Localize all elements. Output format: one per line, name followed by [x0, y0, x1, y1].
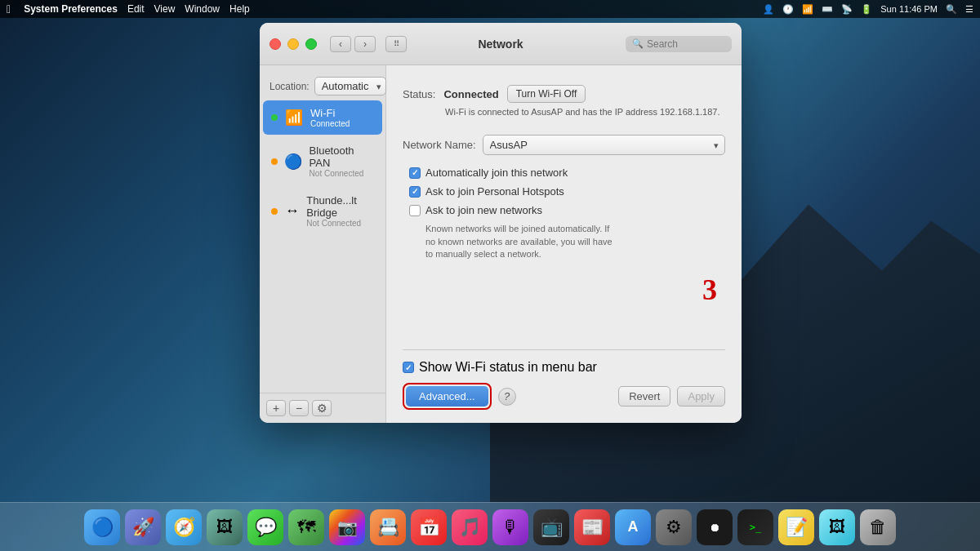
wifi-status-dot — [271, 114, 278, 121]
dock-sysprefs[interactable]: ⚙ — [656, 509, 692, 545]
dock-news[interactable]: 📰 — [574, 509, 610, 545]
dock-messages[interactable]: 💬 — [247, 509, 283, 545]
network-name-select[interactable]: AsusAP — [483, 135, 725, 155]
network-item-wifi[interactable]: 📶 Wi-Fi Connected — [263, 100, 382, 135]
user-icon[interactable]: 👤 — [763, 4, 774, 15]
help-menu[interactable]: Help — [229, 3, 250, 15]
minimize-button[interactable] — [287, 38, 299, 50]
network-item-thunderbolt[interactable]: ↔ Thunde...lt Bridge Not Connected — [263, 188, 382, 234]
dock-notes[interactable]: 📝 — [778, 509, 814, 545]
apply-button[interactable]: Apply — [677, 386, 725, 407]
dock-appstore[interactable]: A — [615, 509, 651, 545]
dock-preview[interactable]: 🖼 — [819, 509, 855, 545]
search-box[interactable]: 🔍 — [626, 36, 732, 52]
maximize-button[interactable] — [305, 38, 317, 50]
dock-music[interactable]: 🎵 — [452, 509, 488, 545]
wifi-status-text: Connected — [310, 119, 350, 128]
status-value: Connected — [443, 88, 498, 100]
titlebar: ‹ › ⠿ Network 🔍 — [260, 23, 742, 65]
network-name-label: Network Name: — [403, 139, 476, 151]
location-row: Location: Automatic — [260, 73, 385, 99]
dock-terminal[interactable]: >_ — [737, 509, 773, 545]
network-window: ‹ › ⠿ Network 🔍 Location: Automatic — [260, 23, 742, 423]
search-menubar-icon[interactable]: 🔍 — [946, 4, 957, 15]
advanced-button[interactable]: Advanced... — [406, 386, 488, 407]
dock-finder[interactable]: 🔵 — [84, 509, 120, 545]
bluetooth-status-text: Not Connected — [310, 169, 374, 178]
personal-hotspot-label: Ask to join Personal Hotspots — [425, 185, 564, 198]
show-wifi-label: Show Wi-Fi status in menu bar — [419, 360, 597, 375]
location-label: Location: — [270, 81, 310, 92]
dock-photos[interactable]: 📷 — [329, 509, 365, 545]
status-label: Status: — [403, 88, 435, 100]
location-select-wrapper[interactable]: Automatic — [314, 77, 386, 96]
menubar:  System Preferences Edit View Window He… — [0, 0, 980, 18]
timemachine-icon[interactable]: 🕐 — [782, 4, 794, 15]
keyboard-icon[interactable]: ⌨️ — [822, 4, 833, 15]
action-row: Advanced... ? Revert Apply — [403, 383, 725, 410]
wifi-name: Wi-Fi — [310, 107, 350, 119]
window-menu[interactable]: Window — [185, 3, 220, 15]
dock-podcasts[interactable]: 🎙 — [492, 509, 528, 545]
main-content: Status: Connected Turn Wi-Fi Off Wi-Fi i… — [386, 65, 742, 423]
advanced-button-wrapper: Advanced... — [403, 383, 492, 410]
turn-wifi-off-button[interactable]: Turn Wi-Fi Off — [507, 85, 586, 103]
window-title: Network — [478, 38, 523, 51]
personal-hotspot-checkbox[interactable] — [409, 186, 421, 198]
search-icon: 🔍 — [632, 38, 644, 49]
view-menu[interactable]: View — [154, 3, 176, 15]
status-description: Wi-Fi is connected to AsusAP and has the… — [445, 106, 725, 118]
thunderbolt-icon: ↔ — [284, 202, 300, 220]
revert-button[interactable]: Revert — [618, 386, 670, 407]
network-item-bluetooth[interactable]: 🔵 Bluetooth PAN Not Connected — [263, 138, 382, 184]
network-name-row: Network Name: AsusAP — [403, 135, 725, 155]
bluetooth-name: Bluetooth PAN — [310, 144, 374, 169]
dock-calendar[interactable]: 📅 — [411, 509, 447, 545]
grid-button[interactable]: ⠿ — [385, 36, 407, 52]
auto-join-label: Automatically join this network — [425, 167, 568, 179]
airplay-icon[interactable]: 📡 — [841, 4, 853, 15]
remove-network-button[interactable]: − — [289, 400, 309, 416]
network-actions-button[interactable]: ⚙ — [312, 400, 332, 416]
edit-menu[interactable]: Edit — [127, 3, 145, 15]
controlcenter-icon[interactable]: ☰ — [965, 4, 973, 15]
nav-buttons: ‹ › ⠿ — [330, 36, 407, 52]
search-input[interactable] — [647, 38, 725, 50]
network-note: Known networks will be joined automatica… — [425, 223, 621, 260]
auto-join-row: Automatically join this network — [409, 167, 725, 179]
auto-join-checkbox[interactable] — [409, 167, 421, 179]
add-network-button[interactable]: + — [266, 400, 286, 416]
desktop:  System Preferences Edit View Window He… — [0, 0, 980, 551]
help-button[interactable]: ? — [498, 388, 516, 406]
traffic-lights — [270, 38, 317, 50]
bottom-area: Show Wi-Fi status in menu bar Advanced..… — [403, 349, 725, 410]
clock: Sun 11:46 PM — [880, 4, 938, 14]
dock-contacts[interactable]: 📇 — [370, 509, 406, 545]
dock-launchpad[interactable]: 🚀 — [125, 509, 161, 545]
status-row: Status: Connected Turn Wi-Fi Off — [403, 85, 725, 103]
show-wifi-checkbox[interactable] — [403, 362, 414, 373]
wifi-icon: 📶 — [284, 109, 304, 127]
bluetooth-status-dot — [271, 158, 278, 165]
battery-icon[interactable]: 🔋 — [861, 4, 872, 15]
back-button[interactable]: ‹ — [330, 36, 351, 52]
dock-trash[interactable]: 🗑 — [860, 509, 896, 545]
app-name-menu[interactable]: System Preferences — [24, 3, 118, 15]
close-button[interactable] — [270, 38, 281, 50]
network-name-select-wrapper[interactable]: AsusAP — [483, 135, 725, 155]
location-select[interactable]: Automatic — [314, 77, 386, 96]
wifi-status-icon[interactable]: 📶 — [802, 4, 813, 15]
dock: 🔵 🚀 🧭 🖼 💬 🗺 📷 📇 📅 🎵 🎙 📺 📰 A ⚙ ⏺ >_ 📝 🖼 🗑 — [0, 502, 980, 551]
new-networks-checkbox[interactable] — [409, 205, 421, 216]
show-wifi-row: Show Wi-Fi status in menu bar — [403, 360, 725, 375]
bluetooth-icon: 🔵 — [284, 153, 303, 171]
personal-hotspot-row: Ask to join Personal Hotspots — [409, 185, 725, 198]
dock-maps[interactable]: 🗺 — [288, 509, 324, 545]
apple-menu[interactable]:  — [7, 2, 11, 16]
dock-photos-app[interactable]: 🖼 — [207, 509, 243, 545]
dock-appletv[interactable]: 📺 — [533, 509, 569, 545]
forward-button[interactable]: › — [354, 36, 376, 52]
dock-obs[interactable]: ⏺ — [697, 509, 733, 545]
sidebar-bottom: + − ⚙ — [260, 393, 385, 423]
dock-safari[interactable]: 🧭 — [166, 509, 202, 545]
